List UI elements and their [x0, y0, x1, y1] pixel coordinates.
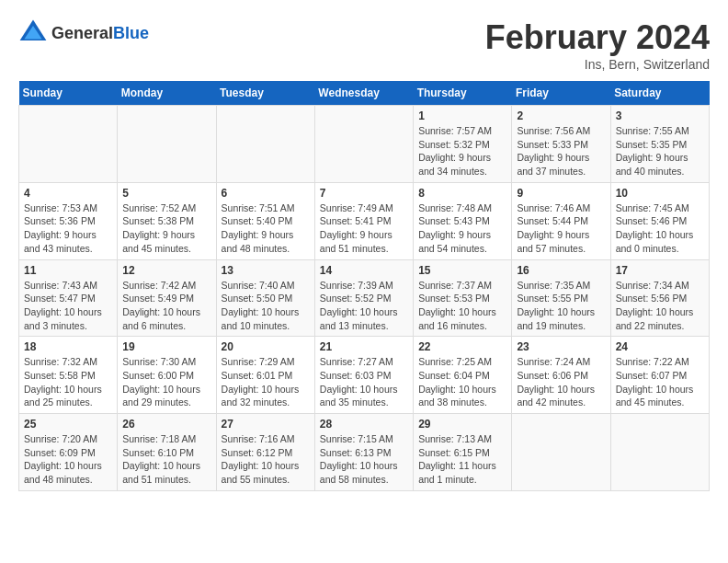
- calendar-cell: 24Sunrise: 7:22 AM Sunset: 6:07 PM Dayli…: [610, 337, 709, 414]
- calendar-cell: 12Sunrise: 7:42 AM Sunset: 5:49 PM Dayli…: [118, 259, 216, 337]
- calendar-cell: 17Sunrise: 7:34 AM Sunset: 5:56 PM Dayli…: [610, 259, 709, 337]
- column-header-thursday: Thursday: [414, 81, 512, 106]
- calendar-cell: 18Sunrise: 7:32 AM Sunset: 5:58 PM Dayli…: [19, 337, 118, 414]
- calendar-cell: 29Sunrise: 7:13 AM Sunset: 6:15 PM Dayli…: [414, 414, 512, 491]
- calendar-cell: 13Sunrise: 7:40 AM Sunset: 5:50 PM Dayli…: [216, 259, 314, 337]
- calendar-cell: [610, 414, 709, 491]
- main-title: February 2024: [485, 18, 710, 57]
- day-info: Sunrise: 7:40 AM Sunset: 5:50 PM Dayligh…: [222, 279, 310, 333]
- day-number: 14: [320, 264, 408, 277]
- calendar-cell: 7Sunrise: 7:49 AM Sunset: 5:41 PM Daylig…: [314, 182, 413, 259]
- calendar-cell: 4Sunrise: 7:53 AM Sunset: 5:36 PM Daylig…: [19, 182, 118, 259]
- day-number: 22: [418, 340, 506, 353]
- day-info: Sunrise: 7:13 AM Sunset: 6:15 PM Dayligh…: [418, 432, 506, 487]
- day-info: Sunrise: 7:51 AM Sunset: 5:40 PM Dayligh…: [222, 201, 310, 256]
- calendar-cell: 15Sunrise: 7:37 AM Sunset: 5:53 PM Dayli…: [414, 259, 512, 337]
- subtitle: Ins, Bern, Switzerland: [485, 57, 710, 72]
- column-header-friday: Friday: [512, 81, 610, 106]
- day-info: Sunrise: 7:57 AM Sunset: 5:32 PM Dayligh…: [418, 124, 506, 178]
- page-header: GeneralBlue February 2024 Ins, Bern, Swi…: [18, 18, 710, 72]
- calendar-cell: 27Sunrise: 7:16 AM Sunset: 6:12 PM Dayli…: [216, 414, 314, 491]
- calendar-cell: 21Sunrise: 7:27 AM Sunset: 6:03 PM Dayli…: [314, 337, 413, 414]
- calendar-cell: 6Sunrise: 7:51 AM Sunset: 5:40 PM Daylig…: [216, 182, 314, 259]
- day-number: 6: [222, 187, 310, 200]
- calendar-cell: 26Sunrise: 7:18 AM Sunset: 6:10 PM Dayli…: [118, 414, 216, 491]
- day-number: 23: [517, 340, 605, 353]
- day-info: Sunrise: 7:32 AM Sunset: 5:58 PM Dayligh…: [24, 355, 112, 409]
- calendar-cell: 20Sunrise: 7:29 AM Sunset: 6:01 PM Dayli…: [216, 337, 314, 414]
- calendar-cell: [314, 106, 413, 183]
- day-number: 28: [320, 418, 408, 431]
- day-number: 16: [517, 264, 605, 277]
- column-header-monday: Monday: [118, 81, 216, 106]
- calendar-cell: [216, 106, 314, 183]
- day-info: Sunrise: 7:25 AM Sunset: 6:04 PM Dayligh…: [418, 355, 506, 409]
- day-info: Sunrise: 7:39 AM Sunset: 5:52 PM Dayligh…: [320, 279, 408, 333]
- column-header-saturday: Saturday: [610, 81, 709, 106]
- day-info: Sunrise: 7:55 AM Sunset: 5:35 PM Dayligh…: [616, 124, 704, 178]
- day-number: 19: [122, 340, 210, 353]
- day-info: Sunrise: 7:20 AM Sunset: 6:09 PM Dayligh…: [24, 432, 112, 487]
- day-number: 17: [616, 264, 704, 277]
- calendar-cell: 1Sunrise: 7:57 AM Sunset: 5:32 PM Daylig…: [414, 106, 512, 183]
- day-info: Sunrise: 7:24 AM Sunset: 6:06 PM Dayligh…: [517, 355, 605, 409]
- day-info: Sunrise: 7:22 AM Sunset: 6:07 PM Dayligh…: [616, 355, 704, 409]
- calendar-cell: 5Sunrise: 7:52 AM Sunset: 5:38 PM Daylig…: [118, 182, 216, 259]
- day-info: Sunrise: 7:49 AM Sunset: 5:41 PM Dayligh…: [320, 201, 408, 256]
- day-info: Sunrise: 7:18 AM Sunset: 6:10 PM Dayligh…: [122, 432, 210, 487]
- calendar-cell: 23Sunrise: 7:24 AM Sunset: 6:06 PM Dayli…: [512, 337, 610, 414]
- calendar-table: SundayMondayTuesdayWednesdayThursdayFrid…: [18, 81, 710, 491]
- day-info: Sunrise: 7:35 AM Sunset: 5:55 PM Dayligh…: [517, 279, 605, 333]
- title-area: February 2024 Ins, Bern, Switzerland: [485, 18, 710, 72]
- day-number: 24: [616, 340, 704, 353]
- calendar-cell: 19Sunrise: 7:30 AM Sunset: 6:00 PM Dayli…: [118, 337, 216, 414]
- day-number: 12: [122, 264, 210, 277]
- calendar-cell: 28Sunrise: 7:15 AM Sunset: 6:13 PM Dayli…: [314, 414, 413, 491]
- calendar-cell: [512, 414, 610, 491]
- day-info: Sunrise: 7:15 AM Sunset: 6:13 PM Dayligh…: [320, 432, 408, 487]
- calendar-cell: 11Sunrise: 7:43 AM Sunset: 5:47 PM Dayli…: [19, 259, 118, 337]
- day-number: 26: [122, 418, 210, 431]
- day-info: Sunrise: 7:16 AM Sunset: 6:12 PM Dayligh…: [222, 432, 310, 487]
- day-info: Sunrise: 7:30 AM Sunset: 6:00 PM Dayligh…: [122, 355, 210, 409]
- day-info: Sunrise: 7:29 AM Sunset: 6:01 PM Dayligh…: [222, 355, 310, 409]
- day-number: 5: [122, 187, 210, 200]
- day-info: Sunrise: 7:52 AM Sunset: 5:38 PM Dayligh…: [122, 201, 210, 256]
- day-number: 13: [222, 264, 310, 277]
- calendar-week-row: 18Sunrise: 7:32 AM Sunset: 5:58 PM Dayli…: [19, 337, 710, 414]
- calendar-cell: 3Sunrise: 7:55 AM Sunset: 5:35 PM Daylig…: [610, 106, 709, 183]
- day-number: 8: [418, 187, 506, 200]
- day-info: Sunrise: 7:48 AM Sunset: 5:43 PM Dayligh…: [418, 201, 506, 256]
- calendar-cell: 22Sunrise: 7:25 AM Sunset: 6:04 PM Dayli…: [414, 337, 512, 414]
- calendar-week-row: 4Sunrise: 7:53 AM Sunset: 5:36 PM Daylig…: [19, 182, 710, 259]
- calendar-cell: 16Sunrise: 7:35 AM Sunset: 5:55 PM Dayli…: [512, 259, 610, 337]
- calendar-cell: 8Sunrise: 7:48 AM Sunset: 5:43 PM Daylig…: [414, 182, 512, 259]
- day-number: 9: [517, 187, 605, 200]
- calendar-week-row: 1Sunrise: 7:57 AM Sunset: 5:32 PM Daylig…: [19, 106, 710, 183]
- calendar-cell: 2Sunrise: 7:56 AM Sunset: 5:33 PM Daylig…: [512, 106, 610, 183]
- column-header-wednesday: Wednesday: [314, 81, 413, 106]
- day-info: Sunrise: 7:43 AM Sunset: 5:47 PM Dayligh…: [24, 279, 112, 333]
- day-info: Sunrise: 7:46 AM Sunset: 5:44 PM Dayligh…: [517, 201, 605, 256]
- day-number: 29: [418, 418, 506, 431]
- day-number: 21: [320, 340, 408, 353]
- column-header-sunday: Sunday: [19, 81, 118, 106]
- day-number: 10: [616, 187, 704, 200]
- calendar-cell: 10Sunrise: 7:45 AM Sunset: 5:46 PM Dayli…: [610, 182, 709, 259]
- logo-icon: [18, 18, 48, 48]
- day-number: 15: [418, 264, 506, 277]
- day-number: 2: [517, 109, 605, 122]
- day-number: 7: [320, 187, 408, 200]
- calendar-week-row: 25Sunrise: 7:20 AM Sunset: 6:09 PM Dayli…: [19, 414, 710, 491]
- day-info: Sunrise: 7:34 AM Sunset: 5:56 PM Dayligh…: [616, 279, 704, 333]
- logo-text-blue: Blue: [113, 24, 149, 42]
- column-header-tuesday: Tuesday: [216, 81, 314, 106]
- calendar-cell: [118, 106, 216, 183]
- calendar-cell: 14Sunrise: 7:39 AM Sunset: 5:52 PM Dayli…: [314, 259, 413, 337]
- day-info: Sunrise: 7:53 AM Sunset: 5:36 PM Dayligh…: [24, 201, 112, 256]
- day-info: Sunrise: 7:42 AM Sunset: 5:49 PM Dayligh…: [122, 279, 210, 333]
- calendar-cell: [19, 106, 118, 183]
- logo-text-general: General: [51, 24, 113, 42]
- day-number: 18: [24, 340, 112, 353]
- day-number: 4: [24, 187, 112, 200]
